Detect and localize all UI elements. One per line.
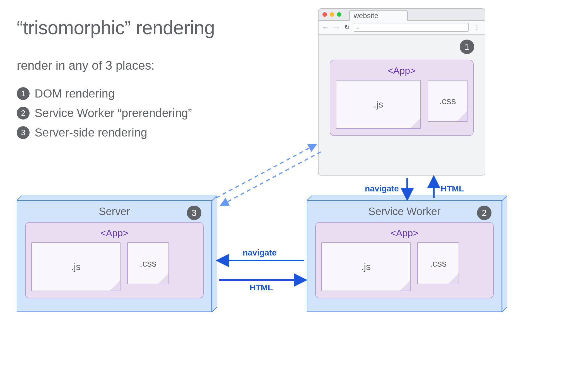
app-box-server: <App> .js .css: [25, 222, 204, 298]
bullet-2: 2 Service Worker “prerendering”: [17, 106, 192, 120]
badge-server: 3: [187, 206, 201, 220]
svg-marker-0: [17, 196, 217, 201]
page-fold-icon: [158, 274, 168, 284]
app-box-browser: <App> .js .css: [330, 60, 474, 136]
label-navigate-top: navigate: [365, 184, 399, 193]
svg-marker-2: [307, 196, 507, 201]
close-icon: [322, 12, 327, 17]
traffic-lights: [322, 12, 341, 17]
app-label-server: <App>: [31, 228, 197, 238]
diagram-subtitle: render in any of 3 places:: [17, 59, 155, 72]
bullet-text-1: DOM rendering: [35, 87, 115, 100]
service-worker-panel: Service Worker 2 <App> .js .css: [307, 201, 502, 312]
svg-marker-3: [502, 196, 507, 312]
label-html-top: HTML: [441, 184, 464, 193]
page-fold-icon: [110, 281, 120, 291]
app-label-browser: <App>: [336, 65, 467, 76]
css-file-icon: .css: [127, 242, 169, 284]
back-icon: ←: [322, 23, 329, 32]
css-file-label: .css: [439, 96, 456, 106]
page-fold-icon: [400, 281, 410, 291]
css-file-icon: .css: [428, 80, 467, 122]
kebab-menu-icon: ⋮: [473, 23, 481, 31]
page-fold-icon: [449, 274, 459, 284]
page-fold-icon: [410, 118, 420, 128]
arrow-dashed-up: [216, 145, 315, 198]
browser-window: website ← → ↻ ⌕ ⋮ 1 <App> .js .css: [318, 8, 485, 176]
arrow-dashed-down: [222, 152, 321, 205]
page-fold-icon: [457, 111, 467, 121]
css-file-label: .css: [430, 258, 447, 269]
badge-browser: 1: [460, 40, 474, 54]
js-file-icon: .js: [31, 242, 121, 291]
sw-panel-face: Service Worker 2 <App> .js .css: [307, 201, 502, 312]
css-file-icon: .css: [417, 242, 459, 284]
badge-sw: 2: [477, 206, 491, 220]
svg-marker-1: [212, 196, 217, 312]
forward-icon: →: [333, 23, 340, 32]
diagram-title: “trisomorphic” rendering: [17, 17, 215, 38]
app-box-sw: <App> .js .css: [315, 222, 494, 298]
search-icon: ⌕: [356, 25, 359, 30]
server-panel-face: Server 3 <App> .js .css: [17, 201, 212, 312]
browser-tab: website: [349, 10, 408, 21]
browser-titlebar: website: [319, 9, 485, 21]
js-file-label: .js: [373, 99, 383, 110]
maximize-icon: [337, 12, 341, 17]
css-file-label: .css: [140, 258, 156, 269]
label-navigate-mid: navigate: [243, 248, 277, 257]
address-bar: ⌕: [354, 23, 469, 32]
label-html-mid: HTML: [250, 283, 273, 292]
browser-navbar: ← → ↻ ⌕ ⋮: [319, 21, 485, 35]
server-panel: Server 3 <App> .js .css: [17, 201, 212, 312]
bullet-3: 3 Server-side rendering: [17, 126, 192, 139]
app-label-sw: <App>: [321, 228, 488, 238]
js-file-icon: .js: [336, 80, 421, 129]
js-file-icon: .js: [321, 242, 411, 291]
arrows-layer: [0, 0, 588, 370]
js-file-label: .js: [71, 261, 81, 272]
server-title: Server: [17, 201, 211, 220]
minimize-icon: [330, 12, 334, 17]
bullet-badge-2: 2: [17, 107, 30, 120]
browser-viewport: 1 <App> .js .css: [319, 35, 485, 175]
bullet-badge-1: 1: [17, 87, 30, 100]
bullet-text-2: Service Worker “prerendering”: [35, 106, 192, 120]
bullet-1: 1 DOM rendering: [17, 87, 192, 100]
bullet-text-3: Server-side rendering: [35, 126, 147, 139]
js-file-label: .js: [361, 261, 371, 272]
sw-title: Service Worker: [307, 201, 502, 220]
bullet-list: 1 DOM rendering 2 Service Worker “preren…: [17, 81, 192, 145]
reload-icon: ↻: [344, 23, 350, 31]
bullet-badge-3: 3: [17, 126, 30, 139]
